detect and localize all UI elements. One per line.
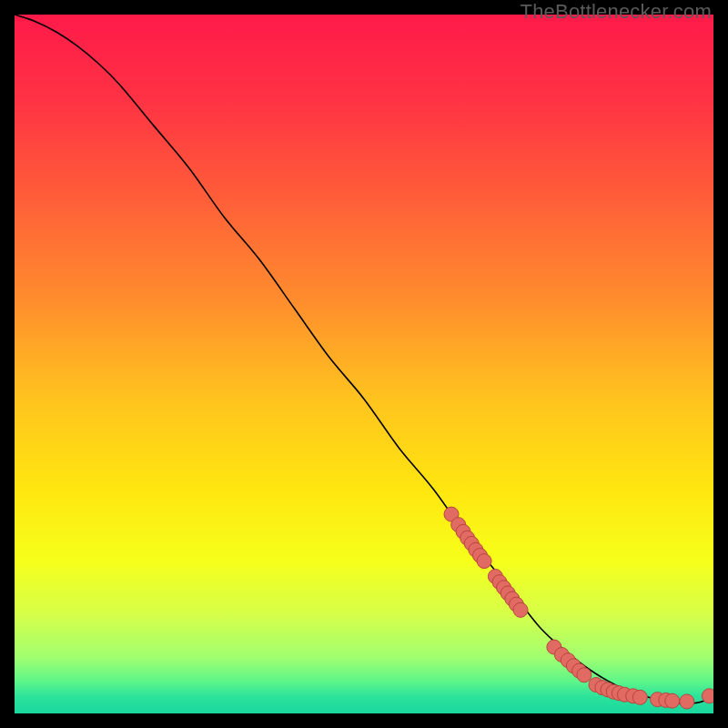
- data-point: [632, 690, 647, 704]
- data-point: [680, 694, 694, 709]
- data-point: [513, 602, 528, 617]
- data-point: [702, 689, 713, 703]
- markers-layer: [15, 15, 713, 713]
- plot-area: [15, 15, 713, 713]
- data-point: [665, 693, 680, 708]
- chart-stage: TheBottlenecker.com: [0, 0, 728, 728]
- data-point: [577, 668, 592, 682]
- watermark-text: TheBottlenecker.com: [521, 0, 712, 24]
- data-point: [477, 554, 491, 569]
